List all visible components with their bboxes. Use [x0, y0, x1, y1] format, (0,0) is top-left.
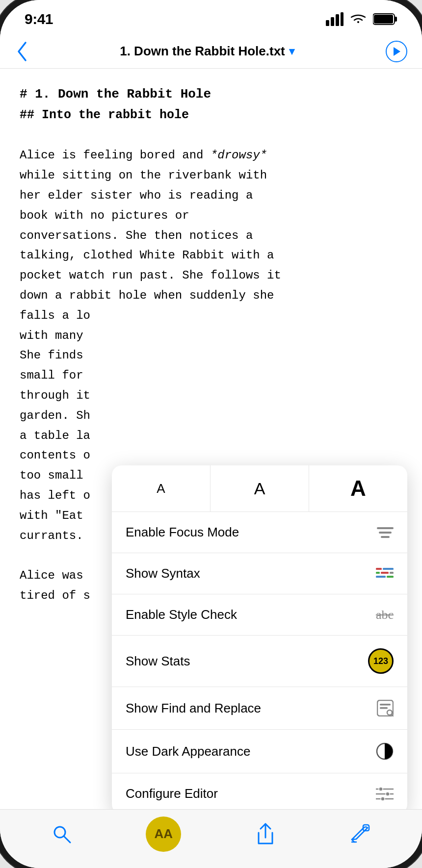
svg-rect-0 [326, 20, 329, 26]
svg-rect-16 [376, 576, 386, 578]
svg-line-31 [64, 836, 70, 842]
svg-rect-10 [381, 536, 390, 538]
svg-rect-3 [341, 12, 343, 26]
signal-icon [326, 12, 343, 26]
show-syntax-label: Show Syntax [126, 566, 200, 581]
font-large-label: A [350, 476, 366, 501]
stats-badge: 123 [368, 648, 394, 674]
dropdown-menu: A A A Enable Focus Mode [112, 465, 407, 814]
configure-editor-item[interactable]: Configure Editor [112, 773, 407, 814]
font-size-medium-button[interactable]: A [211, 465, 309, 511]
heading1: # 1. Down the Rabbit Hole [20, 83, 402, 105]
svg-rect-17 [387, 576, 394, 578]
paragraph1: Alice is feeling bored and *drowsy* whil… [20, 146, 402, 326]
svg-rect-19 [380, 704, 391, 706]
find-replace-icon [377, 700, 394, 716]
svg-rect-13 [376, 572, 380, 574]
svg-point-25 [379, 787, 383, 791]
search-button[interactable] [52, 824, 72, 844]
font-size-row: A A A [112, 465, 407, 512]
configure-editor-icon [376, 787, 394, 801]
aa-button[interactable]: AA [146, 817, 181, 852]
font-medium-label: A [254, 479, 265, 498]
svg-rect-2 [336, 14, 339, 26]
wifi-icon [349, 12, 367, 26]
status-bar: 9:41 [0, 0, 422, 34]
bottom-toolbar: AA [0, 809, 422, 868]
svg-rect-6 [374, 15, 393, 24]
share-button[interactable] [256, 823, 275, 845]
svg-rect-14 [381, 572, 389, 574]
enable-focus-mode-item[interactable]: Enable Focus Mode [112, 512, 407, 553]
heading2: ## Into the rabbit hole [20, 105, 402, 126]
style-check-icon: abc [376, 608, 394, 622]
paragraph2: with many more things [20, 326, 402, 346]
nav-title: 1. Down the Rabbit Hole.txt ▾ [120, 44, 294, 59]
phone-frame: 9:41 [0, 0, 422, 868]
back-button[interactable] [15, 41, 28, 62]
font-small-label: A [157, 481, 165, 496]
svg-rect-15 [390, 572, 394, 574]
show-stats-item[interactable]: Show Stats 123 [112, 636, 407, 687]
font-size-large-button[interactable]: A [309, 465, 407, 511]
show-find-replace-label: Show Find and Replace [126, 701, 261, 716]
svg-rect-5 [395, 17, 397, 22]
show-find-replace-item[interactable]: Show Find and Replace [112, 687, 407, 730]
use-dark-appearance-label: Use Dark Appearance [126, 744, 250, 759]
svg-rect-12 [383, 568, 394, 570]
svg-rect-8 [377, 527, 394, 529]
play-button[interactable] [386, 41, 407, 62]
show-stats-label: Show Stats [126, 654, 190, 669]
svg-rect-1 [331, 17, 334, 26]
svg-point-29 [381, 797, 385, 801]
aa-label: AA [154, 826, 173, 842]
syntax-icon [376, 567, 394, 581]
nav-bar: 1. Down the Rabbit Hole.txt ▾ [0, 34, 422, 69]
focus-mode-icon [377, 526, 394, 539]
svg-marker-7 [394, 47, 400, 56]
use-dark-appearance-item[interactable]: Use Dark Appearance [112, 730, 407, 773]
font-size-small-button[interactable]: A [112, 465, 211, 511]
svg-rect-11 [376, 568, 382, 570]
enable-style-check-item[interactable]: Enable Style Check abc [112, 594, 407, 636]
svg-rect-20 [380, 707, 388, 709]
show-syntax-item[interactable]: Show Syntax [112, 553, 407, 594]
enable-style-check-label: Enable Style Check [126, 607, 237, 622]
enable-focus-mode-label: Enable Focus Mode [126, 525, 239, 540]
chevron-down-icon: ▾ [289, 45, 294, 58]
nav-title-text: 1. Down the Rabbit Hole.txt [120, 44, 285, 59]
configure-editor-label: Configure Editor [126, 786, 218, 801]
stats-icon: 123 [368, 648, 394, 674]
edit-button[interactable] [349, 824, 370, 844]
status-time: 9:41 [25, 11, 53, 27]
dark-appearance-icon [376, 742, 394, 760]
status-icons [326, 12, 397, 26]
battery-icon [373, 13, 397, 26]
svg-rect-9 [379, 532, 392, 534]
svg-point-27 [386, 792, 390, 796]
